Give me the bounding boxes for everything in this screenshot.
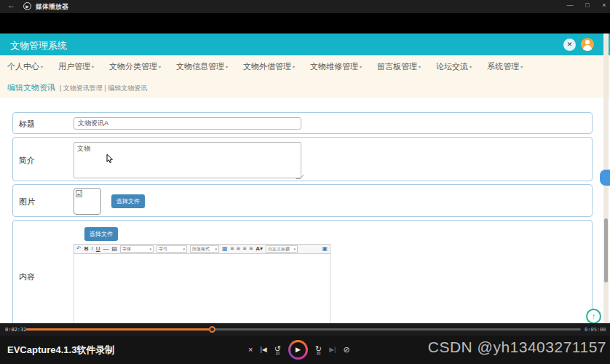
rich-text-editor: ↶ B I U — ▤ 字体▾ 字号▾ 段落格式▾ ▦ ≡ ≡ ≡ ≡ A▾ 自… bbox=[74, 244, 330, 325]
elapsed-time: 0:02:32 bbox=[5, 327, 27, 333]
image-preview bbox=[74, 188, 101, 215]
nav-item-message-board-mgmt[interactable]: 留言板管理▾ bbox=[377, 61, 421, 72]
underline-icon[interactable]: U bbox=[96, 245, 100, 253]
chevron-down-icon: ▾ bbox=[41, 65, 43, 69]
content-label: 内容 bbox=[19, 272, 35, 282]
mouse-cursor bbox=[106, 154, 114, 164]
custom-heading-dropdown[interactable]: 自定义标题▾ bbox=[266, 245, 298, 253]
home-icon[interactable]: ⌂ bbox=[51, 82, 55, 90]
title-label: 标题 bbox=[19, 119, 35, 130]
chevron-down-icon: ▾ bbox=[226, 65, 228, 69]
editor-toolbar: ↶ B I U — ▤ 字体▾ 字号▾ 段落格式▾ ▦ ≡ ≡ ≡ ≡ A▾ 自… bbox=[74, 244, 330, 254]
breadcrumb-path[interactable]: | 文物资讯管理 | 编辑文物资讯 bbox=[60, 84, 147, 93]
chevron-down-icon: ▾ bbox=[215, 247, 218, 251]
playback-controls: × |◀ ↺10 ▶ ↻30 ▶| ⊘ bbox=[248, 336, 350, 364]
screen: ← ▶ 媒体播放器 — □ × 文物管理系统 ✕ 个人中心▾ 用户管理▾ 文物分… bbox=[0, 0, 610, 364]
avatar-person-icon bbox=[585, 40, 590, 44]
breadcrumb: 编辑文物资讯 ⌂ | 文物资讯管理 | 编辑文物资讯 bbox=[0, 77, 610, 98]
seek-bar[interactable] bbox=[26, 328, 581, 331]
choose-file-button[interactable]: 选择文件 bbox=[111, 194, 145, 208]
shuffle-icon[interactable]: × bbox=[248, 346, 253, 354]
minimize-button[interactable]: — bbox=[565, 1, 575, 9]
align-center-icon[interactable]: ≡ bbox=[237, 245, 240, 253]
nav-item-system-mgmt[interactable]: 系统管理▾ bbox=[487, 61, 523, 72]
paste-icon[interactable]: ▤ bbox=[112, 245, 118, 253]
nav-item-relic-repair-mgmt[interactable]: 文物维修管理▾ bbox=[310, 61, 362, 72]
font-color-icon[interactable]: A▾ bbox=[256, 245, 263, 253]
paragraph-format-dropdown[interactable]: 段落格式▾ bbox=[190, 245, 219, 253]
font-family-dropdown[interactable]: 字体▾ bbox=[120, 245, 154, 253]
next-track-icon[interactable]: ▶| bbox=[329, 347, 336, 353]
chevron-down-icon: ▾ bbox=[419, 65, 421, 69]
close-button[interactable]: × bbox=[599, 1, 609, 9]
player-progress-row: 0:02:32 0:05:08 bbox=[0, 323, 610, 336]
align-right-icon[interactable]: ≡ bbox=[243, 245, 247, 253]
chevron-down-icon: ▾ bbox=[360, 65, 362, 69]
avatar[interactable] bbox=[581, 38, 594, 51]
fullscreen-icon[interactable]: ▣ bbox=[322, 245, 328, 253]
horizontal-rule-icon[interactable]: — bbox=[103, 245, 109, 253]
previous-track-icon[interactable]: |◀ bbox=[260, 347, 266, 353]
chevron-down-icon: ▾ bbox=[470, 65, 472, 69]
chevron-down-icon: ▾ bbox=[520, 65, 523, 69]
main-nav: 个人中心▾ 用户管理▾ 文物分类管理▾ 文物信息管理▾ 文物外借管理▾ 文物维修… bbox=[0, 55, 610, 77]
play-button[interactable]: ▶ bbox=[288, 340, 308, 360]
window-title: 媒体播放器 bbox=[36, 2, 68, 12]
page-title: 编辑文物资讯 bbox=[7, 82, 55, 93]
undo-icon[interactable]: ↶ bbox=[76, 245, 82, 253]
intro-label: 简介 bbox=[19, 155, 35, 166]
chevron-down-icon: ▾ bbox=[294, 247, 296, 251]
back-icon[interactable]: ← bbox=[7, 1, 15, 9]
play-icon: ▶ bbox=[290, 342, 306, 357]
intro-field-row: 简介 文物 bbox=[12, 137, 593, 181]
nav-item-relic-loan-mgmt[interactable]: 文物外借管理▾ bbox=[243, 61, 295, 72]
choose-file-button[interactable]: 选择文件 bbox=[84, 227, 118, 241]
nav-item-personal-center[interactable]: 个人中心▾ bbox=[7, 61, 43, 72]
forward-30-icon[interactable]: ↻30 bbox=[315, 345, 322, 355]
csdn-watermark: CSDN @yh13403271157 bbox=[428, 339, 606, 356]
app-title: 文物管理系统 bbox=[10, 39, 67, 52]
chevron-down-icon: ▾ bbox=[92, 65, 94, 69]
seek-knob[interactable] bbox=[209, 326, 215, 333]
page-scrollbar-thumb[interactable] bbox=[604, 218, 608, 282]
progress-fill bbox=[26, 328, 212, 331]
total-duration: 0:05:08 bbox=[585, 327, 606, 333]
rewind-10-icon[interactable]: ↺10 bbox=[274, 345, 281, 355]
broken-image-icon bbox=[76, 190, 84, 198]
editor-content-area[interactable] bbox=[74, 254, 330, 325]
maximize-button[interactable]: □ bbox=[582, 1, 593, 9]
nav-item-user-mgmt[interactable]: 用户管理▾ bbox=[58, 61, 94, 72]
back-to-top-button[interactable]: ↑ bbox=[586, 309, 601, 324]
chevron-down-icon: ▾ bbox=[183, 247, 186, 251]
chevron-down-icon: ▾ bbox=[159, 65, 161, 69]
repeat-off-icon[interactable]: ⊘ bbox=[343, 346, 349, 354]
nav-item-relic-info-mgmt[interactable]: 文物信息管理▾ bbox=[176, 61, 228, 72]
insert-table-icon[interactable]: ▦ bbox=[222, 245, 228, 253]
app-close-button[interactable]: ✕ bbox=[563, 39, 576, 51]
form-page: 标题 简介 文物 图片 选择文件 内容 选择文件 bbox=[0, 98, 610, 336]
chevron-down-icon: ▾ bbox=[150, 247, 152, 251]
title-input[interactable] bbox=[74, 117, 301, 130]
bold-icon[interactable]: B bbox=[84, 245, 89, 253]
floating-side-button[interactable] bbox=[600, 170, 610, 186]
font-size-dropdown[interactable]: 字号▾ bbox=[157, 245, 187, 253]
image-label: 图片 bbox=[19, 197, 35, 207]
italic-icon[interactable]: I bbox=[91, 245, 92, 253]
align-justify-icon[interactable]: ≡ bbox=[250, 245, 253, 253]
app-header: 文物管理系统 bbox=[0, 33, 610, 55]
image-field-row: 图片 选择文件 bbox=[12, 184, 593, 217]
title-field-row: 标题 bbox=[12, 112, 593, 134]
nav-item-forum[interactable]: 论坛交流▾ bbox=[436, 61, 472, 72]
chevron-down-icon: ▾ bbox=[293, 65, 295, 69]
media-player-logo-icon: ▶ bbox=[23, 2, 31, 10]
recorder-watermark-label: EVCapture4.1.3软件录制 bbox=[7, 344, 114, 357]
window-titlebar: ← ▶ 媒体播放器 — □ × bbox=[0, 0, 610, 13]
nav-item-relic-category-mgmt[interactable]: 文物分类管理▾ bbox=[109, 61, 161, 72]
align-left-icon[interactable]: ≡ bbox=[231, 245, 234, 253]
